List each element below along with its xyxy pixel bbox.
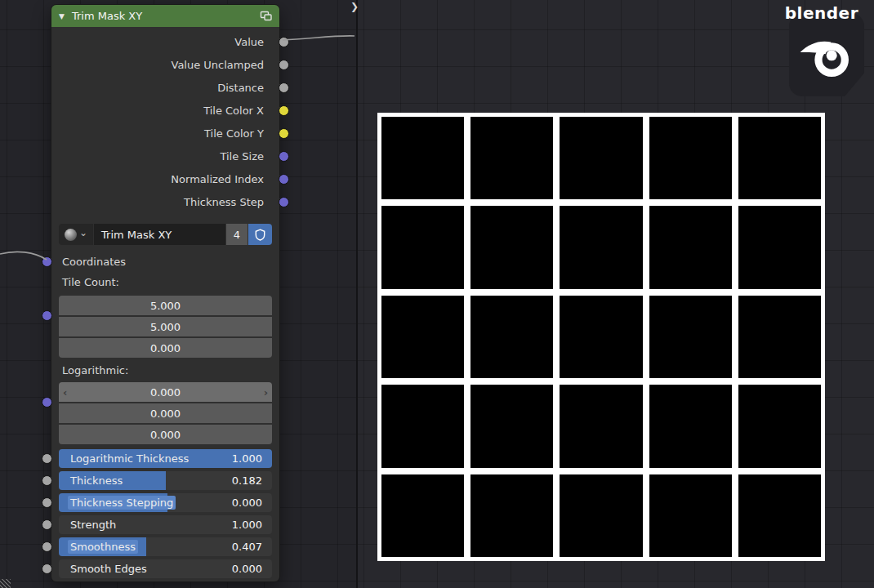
slider-thickness[interactable]: Thickness 0.182 <box>59 471 272 490</box>
input-socket-logarithmic[interactable] <box>42 397 52 408</box>
input-socket-smoothness[interactable] <box>42 541 52 552</box>
output-socket-tile-color-y[interactable] <box>279 128 289 139</box>
node-group-overlay-icon <box>260 11 272 21</box>
output-row-normalized-index: Normalized Index <box>51 167 279 190</box>
logarithmic-label: Logarithmic: <box>51 364 279 379</box>
output-socket-thickness-step[interactable] <box>279 197 289 207</box>
preview-tile <box>649 385 732 467</box>
group-name-field[interactable]: Trim Mask XY <box>94 224 225 245</box>
region-resize-corner[interactable] <box>0 579 11 588</box>
material-sphere-icon <box>65 229 77 241</box>
region-divider[interactable] <box>356 0 358 588</box>
slider-smooth-edges[interactable]: Smooth Edges 0.000 <box>59 559 272 578</box>
input-socket-thickness-stepping[interactable] <box>42 497 52 508</box>
output-label: Tile Color X <box>203 105 264 117</box>
coordinates-label: Coordinates <box>62 256 126 268</box>
slider-smoothness[interactable]: Smoothness 0.407 <box>59 537 272 556</box>
output-label: Tile Color Y <box>204 127 264 140</box>
node-trim-mask-xy[interactable]: ▼ Trim Mask XY Value Value Unclamped Dis… <box>51 4 280 582</box>
output-row-value: Value <box>51 30 279 53</box>
group-browse-button[interactable]: ⌄ <box>59 224 93 245</box>
output-socket-normalized-index[interactable] <box>279 174 289 185</box>
preview-tile <box>649 296 732 378</box>
preview-tile <box>560 117 642 199</box>
slider-value: 0.000 <box>232 559 262 578</box>
input-socket-coordinates[interactable] <box>42 256 52 267</box>
slider-strength[interactable]: Strength 1.000 <box>59 515 272 534</box>
output-row-distance: Distance <box>51 76 279 99</box>
preview-tile <box>649 474 732 557</box>
tile-count-x-field[interactable]: 5.000 <box>59 296 272 315</box>
preview-tile <box>560 206 642 288</box>
preview-tile <box>381 206 464 288</box>
logarithmic-y-field[interactable]: 0.000 <box>59 403 272 423</box>
logarithmic-fields: ‹ 0.000 › 0.000 0.000 <box>59 382 272 444</box>
preview-tile <box>470 117 553 199</box>
tile-count-z-field[interactable]: 0.000 <box>59 338 272 358</box>
slider-label: Smooth Edges <box>70 559 147 578</box>
slider-label: Thickness Stepping <box>68 496 176 510</box>
blender-logo-badge <box>789 13 864 96</box>
preview-tile <box>738 296 821 378</box>
slider-value: 0.182 <box>232 471 262 490</box>
backdrop-preview-image <box>377 113 825 561</box>
output-label: Value <box>234 36 264 48</box>
slider-value: 0.407 <box>232 537 262 556</box>
preview-tile <box>381 474 464 557</box>
output-socket-value-unclamped[interactable] <box>279 60 289 70</box>
preview-tile <box>738 206 821 288</box>
logarithmic-x-value: 0.000 <box>150 386 181 399</box>
preview-tile <box>470 385 553 467</box>
tile-count-fields: 5.000 5.000 0.000 <box>59 296 272 358</box>
input-socket-tile-count[interactable] <box>42 310 52 321</box>
logarithmic-x-field[interactable]: ‹ 0.000 › <box>59 382 272 402</box>
blender-wordmark: blender <box>785 3 858 23</box>
node-title: Trim Mask XY <box>72 10 142 22</box>
input-socket-strength[interactable] <box>42 519 52 530</box>
preview-tile <box>738 474 821 557</box>
slider-logarithmic-thickness[interactable]: Logarithmic Thickness 1.000 <box>59 449 272 468</box>
slider-value: 1.000 <box>232 449 262 468</box>
node-header[interactable]: ▼ Trim Mask XY <box>51 5 279 27</box>
slider-value: 1.000 <box>232 515 262 534</box>
output-socket-value[interactable] <box>279 37 289 47</box>
input-socket-thickness[interactable] <box>42 475 52 486</box>
output-socket-tile-color-x[interactable] <box>279 105 289 116</box>
tile-count-y-field[interactable]: 5.000 <box>59 317 272 336</box>
decrement-arrow-icon[interactable]: ‹ <box>63 382 67 402</box>
preview-tile <box>649 117 732 199</box>
preview-tile <box>560 474 642 557</box>
output-label: Thickness Step <box>184 196 264 208</box>
tile-count-label: Tile Count: <box>51 276 279 291</box>
output-label: Tile Size <box>220 150 264 163</box>
output-row-tile-size: Tile Size <box>51 145 279 167</box>
output-socket-distance[interactable] <box>279 82 289 93</box>
output-row-tile-color-y: Tile Color Y <box>51 122 279 145</box>
output-socket-tile-size[interactable] <box>279 151 289 162</box>
preview-tile <box>381 385 464 467</box>
preview-tile <box>470 474 553 557</box>
preview-tile <box>738 117 821 199</box>
group-users-count-button[interactable]: 4 <box>226 224 247 245</box>
slider-label: Thickness <box>70 471 123 490</box>
preview-tile <box>381 117 464 199</box>
fake-user-toggle[interactable] <box>248 224 272 245</box>
input-socket-logarithmic-thickness[interactable] <box>42 453 52 464</box>
preview-tile <box>470 206 553 288</box>
region-expand-arrow-icon[interactable]: ❯ <box>350 1 359 12</box>
node-group-selector: ⌄ Trim Mask XY 4 <box>59 224 272 245</box>
shield-icon <box>255 229 265 241</box>
logarithmic-z-field[interactable]: 0.000 <box>59 425 272 444</box>
output-row-thickness-step: Thickness Step <box>51 190 279 213</box>
preview-tile <box>381 296 464 378</box>
increment-arrow-icon[interactable]: › <box>264 382 268 402</box>
output-label: Distance <box>217 82 264 94</box>
blender-logo-icon <box>796 24 857 85</box>
output-label: Normalized Index <box>171 173 264 185</box>
slider-thickness-stepping[interactable]: Thickness Stepping 0.000 <box>59 493 272 512</box>
slider-label: Strength <box>70 515 116 534</box>
collapse-arrow-icon[interactable]: ▼ <box>59 12 65 20</box>
preview-tile <box>649 206 732 288</box>
input-socket-smooth-edges[interactable] <box>42 564 52 574</box>
sliders-section: Logarithmic Thickness 1.000 Thickness 0.… <box>59 449 272 578</box>
